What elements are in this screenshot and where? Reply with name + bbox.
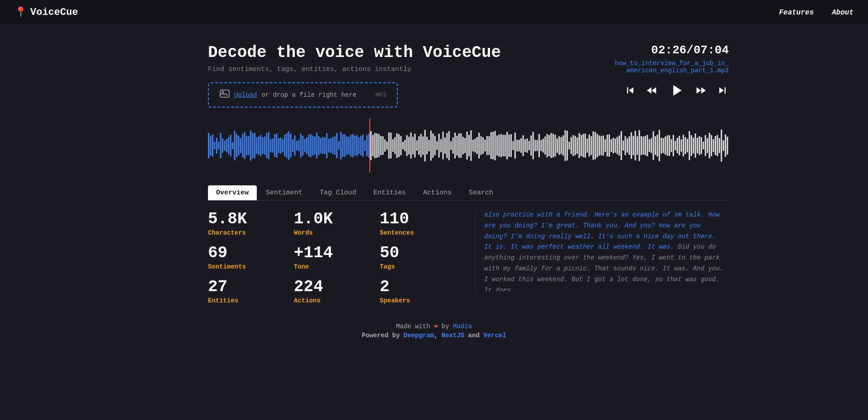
play-button[interactable] — [667, 81, 685, 99]
stat-sentiments: 69 Sentiments — [208, 244, 289, 270]
footer-line1: Made with ❤ by Madza — [0, 322, 868, 330]
skip-forward-button[interactable] — [716, 84, 729, 97]
tab-tagcloud[interactable]: Tag Cloud — [311, 185, 364, 200]
player-controls — [615, 81, 729, 99]
fast-forward-button[interactable] — [694, 84, 707, 97]
brand-logo[interactable]: 📍 VoiceCue — [14, 6, 78, 19]
stat-speakers-label: Speakers — [380, 297, 461, 304]
waveform-canvas — [208, 118, 729, 173]
footer-line2: Powered by Deepgram, NextJS and Vercel — [0, 332, 868, 339]
playhead — [369, 118, 370, 173]
rewind-button[interactable] — [646, 84, 658, 97]
navbar: 📍 VoiceCue Features About — [0, 0, 868, 25]
stat-sentiments-value: 69 — [208, 244, 289, 262]
hero-player-row: Decode the voice with VoiceCue Find sent… — [208, 43, 729, 108]
pin-icon: 📍 — [14, 6, 27, 19]
footer: Made with ❤ by Madza Powered by Deepgram… — [0, 304, 868, 348]
upload-drop-text: or drop a file right here — [261, 91, 356, 99]
tab-actions[interactable]: Actions — [415, 185, 460, 200]
hero-title: Decode the voice with VoiceCue — [208, 43, 501, 62]
waveform-container[interactable] — [208, 118, 729, 173]
stat-tone-label: Tone — [294, 263, 375, 270]
footer-and: and — [468, 332, 480, 339]
stat-characters-value: 5.8K — [208, 210, 289, 228]
stat-sentences-label: Sentences — [380, 229, 461, 236]
stats-grid: 5.8K Characters 1.0K Words 110 Sentences… — [208, 210, 475, 304]
stat-sentiments-label: Sentiments — [208, 263, 289, 270]
stat-characters: 5.8K Characters — [208, 210, 289, 236]
transcript-box[interactable]: also practice with a friend. Here's an e… — [475, 210, 729, 291]
nav-features[interactable]: Features — [779, 9, 814, 17]
stat-sentences: 110 Sentences — [380, 210, 461, 236]
footer-nextjs[interactable]: NextJS — [442, 332, 464, 339]
stat-entities: 27 Entities — [208, 278, 289, 304]
nav-about[interactable]: About — [832, 9, 854, 17]
tabs-row: Overview Sentiment Tag Cloud Entities Ac… — [208, 185, 729, 201]
player-right: 02:26/07:04 how_to_interview_for_a_job_i… — [615, 43, 729, 99]
upload-box-left: Upload or drop a file right here — [220, 90, 356, 100]
skip-back-button[interactable] — [624, 84, 637, 97]
footer-by: by — [442, 323, 449, 330]
stat-tone-value: +114 — [294, 244, 375, 262]
player-filename: how_to_interview_for_a_job_in_american_e… — [615, 60, 729, 74]
stat-actions-label: Actions — [294, 297, 375, 304]
stat-tags: 50 Tags — [380, 244, 461, 270]
stat-words: 1.0K Words — [294, 210, 375, 236]
footer-powered-by: Powered by — [362, 332, 400, 339]
upload-dropzone[interactable]: Upload or drop a file right here MP3 — [208, 82, 398, 108]
hero-subtitle: Find sentiments, tags, entities, actions… — [208, 66, 501, 73]
stat-entities-label: Entities — [208, 297, 289, 304]
stat-speakers: 2 Speakers — [380, 278, 461, 304]
stat-entities-value: 27 — [208, 278, 289, 296]
stat-sentences-value: 110 — [380, 210, 461, 228]
footer-author[interactable]: Madza — [453, 323, 472, 330]
content-row: 5.8K Characters 1.0K Words 110 Sentences… — [208, 210, 729, 304]
stat-words-value: 1.0K — [294, 210, 375, 228]
main-content: Decode the voice with VoiceCue Find sent… — [118, 25, 750, 304]
hero-left: Decode the voice with VoiceCue Find sent… — [208, 43, 501, 108]
stat-words-label: Words — [294, 229, 375, 236]
heart-icon: ❤ — [434, 323, 442, 330]
tab-sentiment[interactable]: Sentiment — [258, 185, 311, 200]
stat-characters-label: Characters — [208, 229, 289, 236]
navbar-links: Features About — [779, 9, 854, 17]
footer-deepgram[interactable]: Deepgram — [404, 332, 434, 339]
stat-tags-label: Tags — [380, 263, 461, 270]
image-upload-icon — [220, 90, 230, 100]
footer-vercel[interactable]: Vercel — [483, 332, 506, 339]
brand-name: VoiceCue — [30, 7, 78, 18]
stat-speakers-value: 2 — [380, 278, 461, 296]
stat-actions-value: 224 — [294, 278, 375, 296]
player-timestamp: 02:26/07:04 — [615, 43, 729, 57]
stat-tags-value: 50 — [380, 244, 461, 262]
stat-tone: +114 Tone — [294, 244, 375, 270]
tab-overview[interactable]: Overview — [208, 185, 257, 200]
upload-link[interactable]: Upload — [234, 91, 257, 99]
footer-made-with: Made with — [396, 323, 430, 330]
tab-entities[interactable]: Entities — [365, 185, 414, 200]
stat-actions: 224 Actions — [294, 278, 375, 304]
upload-format-label: MP3 — [376, 92, 386, 99]
tab-search[interactable]: Search — [461, 185, 501, 200]
